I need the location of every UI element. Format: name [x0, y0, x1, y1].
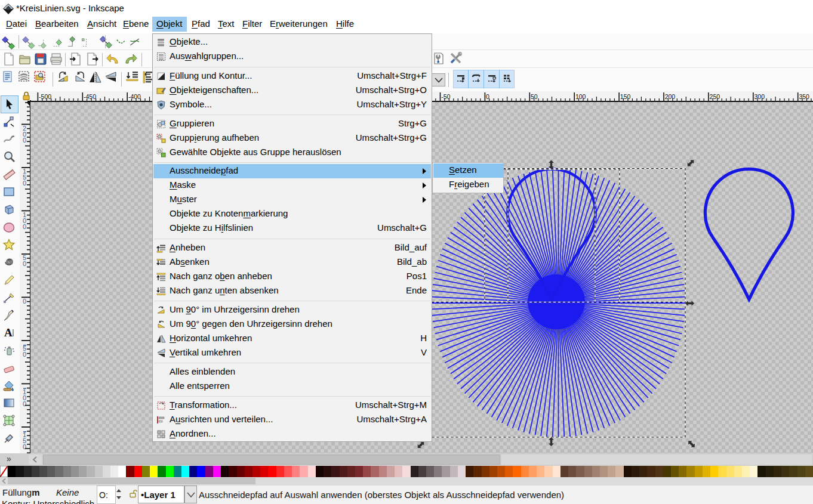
svg-text:0: 0: [23, 260, 26, 267]
svg-text:-450: -450: [84, 93, 96, 100]
svg-text:0: 0: [23, 443, 26, 450]
svg-text:-500: -500: [39, 93, 51, 100]
svg-text:A: A: [4, 326, 13, 339]
svg-text:300: 300: [755, 93, 765, 100]
svg-text:0: 0: [23, 137, 26, 144]
svg-text:250: 250: [710, 93, 720, 100]
svg-text:350: 350: [799, 93, 809, 100]
svg-text:150: 150: [620, 93, 631, 100]
svg-text:100: 100: [575, 93, 586, 100]
svg-text:0: 0: [23, 180, 26, 187]
svg-text:0: 0: [23, 223, 26, 230]
svg-text:0: 0: [23, 298, 26, 305]
svg-text:200: 200: [665, 93, 676, 100]
svg-text:-400: -400: [128, 93, 141, 100]
svg-text:0: 0: [23, 400, 26, 407]
svg-text:0: 0: [23, 351, 26, 358]
